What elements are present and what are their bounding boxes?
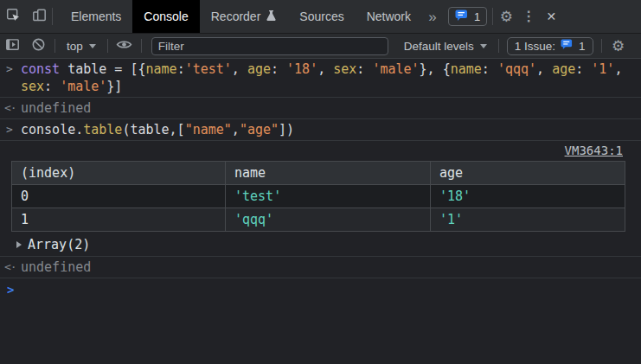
device-toolbar-icon [32, 8, 47, 25]
javascript-context-selector[interactable]: top [60, 34, 103, 58]
console-command-entry[interactable]: > const table = [{name:'test', age: '18'… [0, 59, 641, 98]
toolbar-divider [54, 39, 55, 53]
cell-index: 0 [12, 185, 226, 208]
clear-console-icon [31, 37, 46, 54]
command-line-1: const table = [{name:'test', age: '18', … [21, 61, 634, 78]
cell-age: '18' [431, 185, 625, 208]
inspect-cursor-icon [6, 8, 21, 25]
issues-bubble-icon [455, 10, 469, 24]
array-summary-label: Array(2) [28, 236, 90, 253]
tab-elements[interactable]: Elements [60, 0, 132, 33]
settings-button[interactable]: ⚙ [493, 0, 519, 33]
console-sidebar-toggle-button[interactable] [0, 34, 24, 58]
toolbar-divider [107, 39, 108, 53]
chevron-down-icon [89, 44, 96, 48]
tabbar-divider [52, 8, 53, 25]
issues-counter-badge[interactable]: 1 [448, 7, 487, 26]
console-table-output: VM3643:1 (index) name age 0 'test' '18' … [0, 141, 641, 257]
return-value-icon: <· [4, 99, 16, 117]
issues-status-badge[interactable]: 1 Issue: 1 [507, 37, 593, 55]
console-settings-button[interactable]: ⚙ [606, 34, 631, 58]
issues-bubble-icon [561, 39, 574, 53]
gear-icon: ⚙ [612, 39, 625, 54]
console-input-field[interactable] [21, 282, 29, 297]
input-chevron-icon: > [6, 61, 13, 78]
tab-sources-label: Sources [299, 10, 343, 23]
console-result-undefined[interactable]: <· undefined [0, 257, 641, 278]
issue-count-label: 1 [579, 40, 586, 53]
device-toolbar-button[interactable] [26, 0, 52, 33]
filter-input[interactable] [151, 37, 388, 55]
clear-console-button[interactable] [26, 34, 50, 58]
inspect-element-button[interactable] [0, 0, 26, 33]
issue-label: 1 Issue: [515, 40, 555, 53]
console-sidebar-icon [5, 37, 20, 54]
return-value-icon: <· [4, 259, 16, 276]
devtools-window: Elements Console Recorder Sources Networ… [0, 0, 641, 364]
toolbar-divider [141, 39, 142, 53]
tab-sources[interactable]: Sources [288, 0, 355, 33]
prompt-chevron-icon: > [7, 281, 14, 298]
cell-age: '1' [431, 208, 625, 232]
console-result-undefined[interactable]: <· undefined [0, 98, 641, 119]
tab-network[interactable]: Network [356, 0, 422, 33]
customize-devtools-button[interactable]: ⋮ [519, 0, 538, 33]
flask-experiment-icon [266, 10, 277, 24]
chevron-down-icon [480, 44, 487, 48]
issues-count-label: 1 [474, 10, 480, 23]
cell-name: 'test' [226, 185, 431, 208]
chevron-double-right-icon: » [428, 10, 436, 24]
tab-recorder[interactable]: Recorder [200, 0, 289, 33]
devtools-tabbar: Elements Console Recorder Sources Networ… [0, 0, 641, 34]
result-value: undefined [21, 100, 91, 116]
column-header-age[interactable]: age [431, 162, 625, 185]
command-line: console.table(table,["name","age"]) [21, 121, 634, 138]
command-line-2: sex: 'male'}] [21, 78, 634, 95]
console-toolbar: top Default levels 1 Issue: [0, 34, 641, 59]
tab-recorder-label: Recorder [211, 10, 261, 23]
close-devtools-button[interactable]: ✕ [538, 0, 564, 33]
close-icon: ✕ [546, 10, 556, 22]
tab-console-label: Console [144, 10, 188, 23]
input-chevron-icon: > [6, 121, 13, 138]
disclosure-triangle-icon [16, 241, 22, 248]
source-location-link[interactable]: VM3643:1 [7, 143, 634, 159]
live-expression-button[interactable] [112, 34, 137, 58]
console-command-entry[interactable]: > console.table(table,["name","age"]) [0, 119, 641, 141]
eye-icon [116, 37, 132, 54]
tab-elements-label: Elements [71, 10, 121, 23]
cell-name: 'qqq' [226, 208, 431, 232]
console-table: (index) name age 0 'test' '18' 1 'qqq' '… [11, 161, 625, 232]
console-messages-area: > const table = [{name:'test', age: '18'… [0, 59, 641, 301]
more-tabs-button[interactable]: » [422, 0, 443, 33]
log-levels-label: Default levels [404, 40, 474, 53]
tab-console[interactable]: Console [132, 0, 199, 33]
result-value: undefined [21, 259, 91, 275]
table-row[interactable]: 1 'qqq' '1' [12, 208, 625, 232]
toolbar-divider [498, 39, 499, 53]
console-input-row[interactable]: > [0, 278, 641, 301]
log-levels-dropdown[interactable]: Default levels [397, 34, 494, 58]
gear-icon: ⚙ [500, 10, 513, 24]
tab-network-label: Network [367, 10, 411, 23]
table-row[interactable]: 0 'test' '18' [12, 185, 625, 208]
context-selector-label: top [67, 40, 83, 53]
array-expand-toggle[interactable]: Array(2) [7, 234, 634, 254]
kebab-menu-icon: ⋮ [522, 10, 535, 23]
cell-index: 1 [12, 208, 226, 232]
column-header-index[interactable]: (index) [12, 162, 226, 185]
column-header-name[interactable]: name [226, 162, 431, 185]
table-header-row: (index) name age [12, 162, 625, 185]
toolbar-divider [601, 39, 602, 53]
